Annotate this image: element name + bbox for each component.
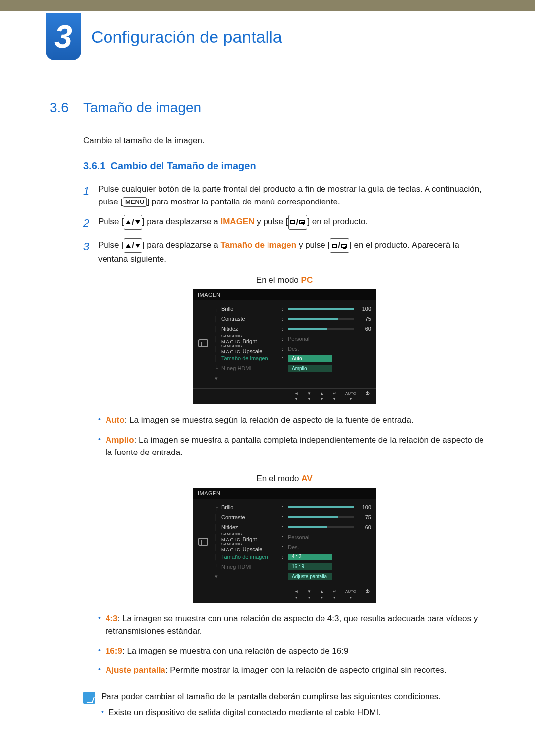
osd-contraste-value: 75	[357, 514, 371, 520]
step3-text-c: y pulse [	[296, 240, 330, 250]
nav-power-icon: ⏻	[365, 391, 369, 401]
mode-av-label: En el modo AV	[83, 474, 485, 484]
bullet-169-term: 16:9	[106, 646, 122, 655]
bullet-amplio-term: Amplio	[106, 435, 134, 445]
bullet-ajuste-desc: : Permite mostrar la imagen con la relac…	[165, 665, 447, 675]
osd-panel-av: IMAGEN ┌Brillo:100 │Contraste:75 │Nitide…	[193, 488, 376, 603]
step2-text-b: ] para desplazarse a	[142, 217, 221, 226]
source-enter-key-icon: /	[330, 238, 349, 253]
nav-up-icon: ▲▾	[320, 589, 324, 600]
osd-brillo-label: Brillo	[221, 504, 280, 510]
section-number: 3.6	[50, 100, 83, 116]
bullet-amplio-desc: : La imagen se muestra a pantalla comple…	[106, 435, 484, 457]
step2-target: IMAGEN	[220, 217, 254, 226]
osd-side-icon-col	[193, 499, 214, 585]
step-number: 2	[83, 215, 98, 231]
mode-pc-label: En el modo PC	[83, 275, 485, 285]
bullet-dot-icon: •	[98, 664, 101, 677]
av-bullets: •4:3: La imagen se muestra con una relac…	[98, 612, 485, 677]
nav-enter-icon: ↵▾	[333, 391, 336, 401]
nav-down-icon: ▼▾	[307, 391, 311, 401]
osd-option-169: 16 : 9	[288, 563, 332, 570]
osd-nitidez-label: Nitidez	[221, 326, 280, 332]
osd-contraste-label: Contraste	[221, 514, 280, 520]
osd-navbar: ◄▾ ▼▾ ▲▾ ↵▾ AUTO▾ ⏻	[193, 388, 376, 401]
osd-contraste-label: Contraste	[221, 316, 280, 322]
step2-text-d: ] en el producto.	[307, 217, 368, 226]
note-icon	[83, 692, 95, 704]
osd-magic-bright-value: Personal	[288, 534, 371, 540]
up-down-key-icon: /	[124, 238, 142, 253]
osd-nitidez-label: Nitidez	[221, 524, 280, 530]
up-down-key-icon: /	[124, 215, 142, 230]
bullet-169-desc: : La imagen se muestra con una relación …	[122, 646, 348, 655]
osd-option-auto: Auto	[288, 355, 332, 362]
osd-magic-upscale-value: Des.	[288, 346, 371, 352]
osd-brillo-label: Brillo	[221, 306, 280, 312]
page-content: 3.6 Tamaño de imagen Cambie el tamaño de…	[0, 60, 535, 741]
monitor-icon	[198, 538, 208, 546]
section-intro: Cambie el tamaño de la imagen.	[83, 136, 485, 146]
nav-auto-icon: AUTO▾	[345, 391, 356, 401]
note-bullet-1: Existe un dispositivo de salida digital …	[108, 706, 381, 719]
mode-pc: PC	[301, 275, 313, 285]
osd-side-icon-col	[193, 300, 214, 386]
chapter-number-tab: 3	[46, 13, 81, 60]
osd-tamano-label: Tamaño de imagen	[221, 355, 280, 361]
osd-brillo-value: 100	[357, 306, 371, 312]
osd-navbar: ◄▾ ▼▾ ▲▾ ↵▾ AUTO▾ ⏻	[193, 587, 376, 600]
step3-target: Tamaño de imagen	[220, 240, 296, 250]
osd-contraste-value: 75	[357, 316, 371, 322]
step-number: 1	[83, 183, 98, 208]
step3-text-a: Pulse [	[98, 240, 124, 250]
osd-magic-upscale-label: SAMSUNGMAGIC Upscale	[221, 344, 280, 354]
nav-enter-icon: ↵▾	[333, 589, 336, 600]
osd-magic-bright-label: SAMSUNGMAGIC Bright	[221, 334, 280, 344]
mode-prefix: En el modo	[256, 474, 301, 483]
osd-option-43: 4 : 3	[288, 554, 332, 560]
osd-title: IMAGEN	[193, 289, 376, 300]
chapter-title: Configuración de pantalla	[91, 27, 282, 47]
nav-down-icon: ▼▾	[307, 589, 311, 600]
step3-text-b: ] para desplazarse a	[142, 240, 221, 250]
bullet-dot-icon: •	[98, 612, 101, 638]
osd-nitidez-value: 60	[357, 326, 371, 332]
step-3: 3 Pulse [/] para desplazarse a Tamaño de…	[83, 238, 485, 265]
step-1: 1 Pulse cualquier botón de la parte fron…	[83, 183, 485, 208]
chapter-header: 3 Configuración de pantalla	[0, 13, 535, 60]
nav-left-icon: ◄▾	[294, 589, 298, 600]
monitor-icon	[198, 339, 208, 347]
subsection-heading: 3.6.1 Cambio del Tamaño de imagen	[83, 160, 485, 172]
step2-text-a: Pulse [	[98, 217, 124, 226]
bullet-43-term: 4:3	[106, 614, 118, 623]
note-intro: Para poder cambiar el tamaño de la panta…	[101, 692, 485, 702]
section-title: Tamaño de imagen	[83, 100, 201, 116]
section-heading: 3.6 Tamaño de imagen	[50, 100, 485, 116]
top-accent-bar	[0, 0, 535, 11]
bullet-dot-icon: •	[98, 434, 101, 459]
bullet-ajuste-term: Ajuste pantalla	[106, 665, 165, 675]
osd-magic-upscale-label: SAMSUNGMAGIC Upscale	[221, 542, 280, 552]
step-2: 2 Pulse [/] para desplazarse a IMAGEN y …	[83, 215, 485, 231]
pc-bullets: •Auto: La imagen se muestra según la rel…	[98, 414, 485, 459]
note-block: Para poder cambiar el tamaño de la panta…	[83, 692, 485, 726]
step-number: 3	[83, 238, 98, 265]
bullet-43-desc: : La imagen se muestra con una relación …	[106, 614, 478, 636]
step2-text-c: y pulse [	[254, 217, 288, 226]
nav-power-icon: ⏻	[365, 589, 369, 600]
mode-av: AV	[301, 474, 312, 483]
bullet-auto-desc: : La imagen se muestra según la relación…	[125, 415, 414, 425]
osd-option-ajuste: Adjuste pantalla	[288, 573, 332, 580]
osd-title: IMAGEN	[193, 488, 376, 499]
subsection-title: Cambio del Tamaño de imagen	[111, 160, 256, 171]
osd-nneg-label: N.neg HDMI	[221, 365, 280, 371]
subsection-number: 3.6.1	[83, 160, 105, 171]
nav-up-icon: ▲▾	[320, 391, 324, 401]
osd-option-amplio: Amplio	[288, 365, 332, 372]
osd-nneg-label: N.neg HDMI	[221, 564, 280, 570]
source-enter-key-icon: /	[288, 215, 308, 230]
osd-nitidez-value: 60	[357, 524, 371, 530]
bullet-dot-icon: •	[101, 706, 104, 719]
osd-tamano-label: Tamaño de imagen	[221, 554, 280, 560]
step1-text-b: ] para mostrar la pantalla de menú corre…	[147, 197, 340, 206]
